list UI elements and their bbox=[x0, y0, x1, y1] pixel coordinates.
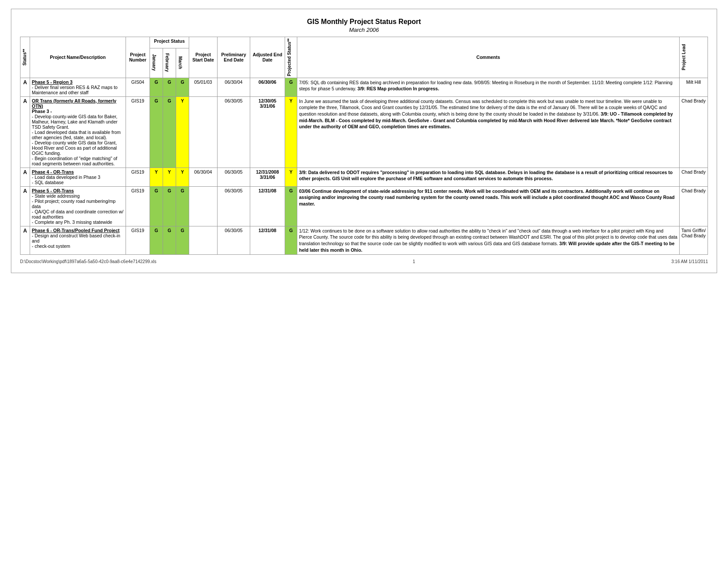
row-adjend-cell: 12/30/053/31/06 bbox=[250, 96, 285, 168]
jan-header: January bbox=[150, 48, 163, 78]
row-adjend-cell: 12/31/08 bbox=[250, 226, 285, 255]
row-status-cell: A bbox=[20, 168, 30, 186]
name-header: Project Name/Description bbox=[30, 37, 126, 78]
row-projnum-cell: GIS04 bbox=[126, 78, 150, 96]
table-row: APhase 5 - OR-Trans- State wide addressi… bbox=[20, 186, 708, 226]
report-subtitle: March 2006 bbox=[20, 27, 708, 33]
row-startdate-cell: 05/01/03 bbox=[189, 78, 218, 96]
row-projlead-cell: Chad Brady bbox=[680, 96, 708, 168]
row-projstatus-cell: G bbox=[285, 78, 297, 96]
row-status-cell: A bbox=[20, 78, 30, 96]
row-comments-cell: 03/06 Continue development of state-wide… bbox=[297, 186, 680, 226]
row-startdate-cell bbox=[189, 226, 218, 255]
project-status-group: Project Status bbox=[150, 37, 189, 48]
row-name-cell: OR Trans (formerly All Roads, formerly O… bbox=[30, 96, 126, 168]
row-projlead-cell: Tami Griffin/ Chad Brady bbox=[680, 226, 708, 255]
row-projnum-cell: GIS19 bbox=[126, 96, 150, 168]
row-projlead-cell: Chad Brady bbox=[680, 186, 708, 226]
row-startdate-cell bbox=[189, 186, 218, 226]
row-prelimend-cell: 06/30/05 bbox=[218, 96, 250, 168]
table-row: AOR Trans (formerly All Roads, formerly … bbox=[20, 96, 708, 168]
row-projnum-cell: GIS19 bbox=[126, 226, 150, 255]
table-row: APhase 5 - Region 3- Deliver final versi… bbox=[20, 78, 708, 96]
row-projstatus-cell: G bbox=[285, 186, 297, 226]
startdate-header: Project Start Date bbox=[189, 37, 218, 78]
row-startdate-cell bbox=[189, 96, 218, 168]
footer-center: 1 bbox=[413, 259, 415, 264]
row-comments-cell: In June we assumed the task of developin… bbox=[297, 96, 680, 168]
comments-header: Comments bbox=[297, 37, 680, 78]
report-page: GIS Monthly Project Status Report March … bbox=[11, 9, 717, 273]
report-title: GIS Monthly Project Status Report bbox=[20, 18, 708, 26]
row-comments-cell: 7/05: SQL db containing RES data being a… bbox=[297, 78, 680, 96]
table-row: APhase 4 - OR-Trans- Load data developed… bbox=[20, 168, 708, 186]
row-feb-cell: Y bbox=[163, 168, 176, 186]
row-adjend-cell: 12/31/08 bbox=[250, 186, 285, 226]
row-prelimend-cell: 06/30/04 bbox=[218, 78, 250, 96]
row-jan-cell: Y bbox=[150, 168, 163, 186]
row-name-cell: Phase 5 - Region 3- Deliver final versio… bbox=[30, 78, 126, 96]
row-comments-cell: 3/9: Data delivered to ODOT requires "pr… bbox=[297, 168, 680, 186]
row-jan-cell: G bbox=[150, 226, 163, 255]
table-row: APhase 6 - OR-Trans/Pooled Fund Project-… bbox=[20, 226, 708, 255]
row-feb-cell: G bbox=[163, 186, 176, 226]
row-feb-cell: G bbox=[163, 96, 176, 168]
row-startdate-cell: 06/30/04 bbox=[189, 168, 218, 186]
row-status-cell: A bbox=[20, 186, 30, 226]
row-name-cell: Phase 4 - OR-Trans- Load data developed … bbox=[30, 168, 126, 186]
row-comments-cell: 1/12: Work continues to be done on a sof… bbox=[297, 226, 680, 255]
footer: D:\Docstoc\Working\pdf\1897a6a5-5a50-42c… bbox=[20, 259, 708, 264]
row-projlead-cell: Milt Hill bbox=[680, 78, 708, 96]
footer-right: 3:16 AM 1/11/2011 bbox=[671, 259, 708, 264]
row-name-cell: Phase 5 - OR-Trans- State wide addressin… bbox=[30, 186, 126, 226]
row-name-cell: Phase 6 - OR-Trans/Pooled Fund Project- … bbox=[30, 226, 126, 255]
row-adjend-cell: 12/31/20083/31/06 bbox=[250, 168, 285, 186]
projnum-header: Project Number bbox=[126, 37, 150, 78]
row-adjend-cell: 06/30/06 bbox=[250, 78, 285, 96]
status-header: Status** bbox=[20, 37, 30, 78]
row-prelimend-cell: 06/30/05 bbox=[218, 168, 250, 186]
row-prelimend-cell: 06/30/05 bbox=[218, 226, 250, 255]
report-table: Status** Project Name/Description Projec… bbox=[20, 37, 708, 255]
row-projstatus-cell: Y bbox=[285, 96, 297, 168]
row-mar-cell: G bbox=[176, 186, 189, 226]
row-mar-cell: G bbox=[176, 78, 189, 96]
row-feb-cell: G bbox=[163, 226, 176, 255]
row-mar-cell: Y bbox=[176, 168, 189, 186]
row-jan-cell: G bbox=[150, 96, 163, 168]
row-mar-cell: Y bbox=[176, 96, 189, 168]
mar-header: March bbox=[176, 48, 189, 78]
adjend-header: Adjusted End Date bbox=[250, 37, 285, 78]
row-projlead-cell: Chad Brady bbox=[680, 168, 708, 186]
row-projstatus-cell: G bbox=[285, 226, 297, 255]
row-mar-cell: G bbox=[176, 226, 189, 255]
row-feb-cell: G bbox=[163, 78, 176, 96]
projlead-header: Project Lead bbox=[680, 37, 708, 78]
row-prelimend-cell: 06/30/05 bbox=[218, 186, 250, 226]
row-projnum-cell: GIS19 bbox=[126, 168, 150, 186]
projstatus-header: Projected Status** bbox=[285, 37, 297, 78]
row-jan-cell: G bbox=[150, 186, 163, 226]
row-projstatus-cell: Y bbox=[285, 168, 297, 186]
row-projnum-cell: GIS19 bbox=[126, 186, 150, 226]
prelimend-header: Preliminary End Date bbox=[218, 37, 250, 78]
footer-left: D:\Docstoc\Working\pdf\1897a6a5-5a50-42c… bbox=[20, 259, 156, 264]
row-status-cell: A bbox=[20, 96, 30, 168]
feb-header: February bbox=[163, 48, 176, 78]
row-status-cell: A bbox=[20, 226, 30, 255]
row-jan-cell: G bbox=[150, 78, 163, 96]
